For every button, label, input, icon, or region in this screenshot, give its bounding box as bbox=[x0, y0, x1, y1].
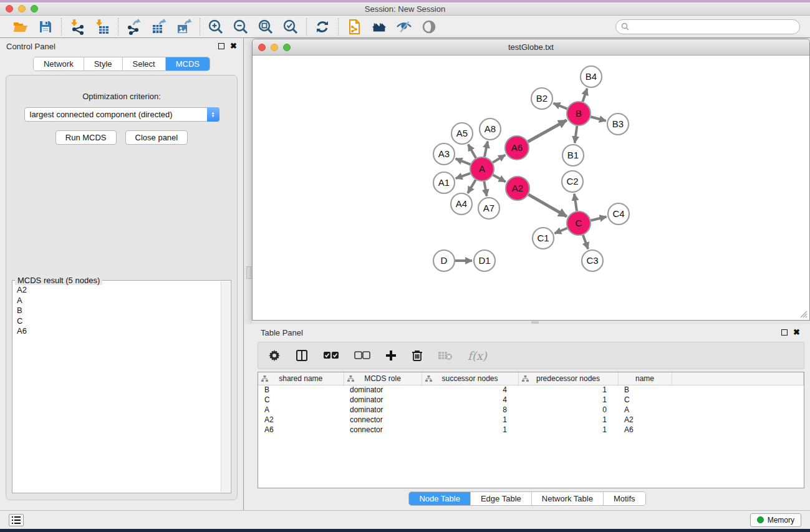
edge-A-A4[interactable] bbox=[468, 180, 476, 193]
zoom-out-icon[interactable] bbox=[233, 19, 249, 35]
tab-network[interactable]: Network bbox=[34, 57, 84, 70]
save-session-icon[interactable] bbox=[37, 19, 54, 35]
network-file-icon[interactable] bbox=[346, 19, 362, 35]
edge-C-C4[interactable] bbox=[591, 217, 606, 221]
edge-A-A1[interactable] bbox=[456, 173, 470, 178]
graph-node-C1[interactable]: C1 bbox=[533, 228, 554, 249]
tab-network-table[interactable]: Network Table bbox=[532, 492, 604, 505]
resize-grip-icon[interactable] bbox=[798, 309, 808, 319]
close-panel-icon[interactable]: ✖ bbox=[230, 43, 237, 49]
edge-A2-C[interactable] bbox=[528, 195, 567, 216]
export-table-icon[interactable] bbox=[151, 19, 167, 35]
add-column-icon[interactable] bbox=[385, 350, 397, 361]
zoom-selected-icon[interactable] bbox=[282, 19, 299, 35]
table-row[interactable]: A6connector11A6 bbox=[258, 425, 804, 435]
graph-node-A[interactable]: A bbox=[470, 157, 494, 181]
network-canvas[interactable]: B4B2BB3A5A8A6B1A3AA1C2A2A4A7C4CC1C3DD1 bbox=[253, 56, 809, 320]
graph-node-B2[interactable]: B2 bbox=[531, 88, 552, 109]
table-row[interactable]: Cdominator41C bbox=[258, 395, 804, 405]
result-item[interactable]: A6 bbox=[17, 326, 217, 337]
edge-C-C3[interactable] bbox=[583, 235, 588, 249]
result-item[interactable]: B bbox=[17, 306, 217, 316]
tab-node-table[interactable]: Node Table bbox=[409, 492, 471, 505]
result-item[interactable]: A2 bbox=[17, 285, 217, 296]
zoom-in-icon[interactable] bbox=[208, 19, 224, 35]
memory-button[interactable]: Memory bbox=[750, 513, 801, 527]
graph-node-A6[interactable]: A6 bbox=[505, 136, 529, 160]
edge-A-A5[interactable] bbox=[468, 144, 476, 158]
graph-node-B[interactable]: B bbox=[567, 102, 591, 125]
edge-B-B1[interactable] bbox=[575, 126, 577, 143]
column-header-successor-nodes[interactable]: successor nodes bbox=[422, 372, 518, 385]
column-header-shared-name[interactable]: shared name bbox=[258, 372, 344, 385]
edge-A-A8[interactable] bbox=[485, 142, 488, 157]
float-panel-icon[interactable] bbox=[218, 43, 224, 49]
graph-node-A7[interactable]: A7 bbox=[478, 198, 499, 219]
graph-node-A8[interactable]: A8 bbox=[480, 118, 501, 140]
table-row[interactable]: Bdominator41B bbox=[258, 385, 804, 395]
column-header-predecessor-nodes[interactable]: predecessor nodes bbox=[518, 372, 618, 385]
delete-icon[interactable] bbox=[412, 349, 423, 362]
split-divider-handle[interactable] bbox=[246, 266, 251, 279]
column-header-MCDS-role[interactable]: MCDS role bbox=[344, 372, 422, 385]
edge-A6-B[interactable] bbox=[528, 120, 566, 142]
graph-node-A1[interactable]: A1 bbox=[433, 172, 455, 193]
table-row[interactable]: Adominator80A bbox=[258, 405, 804, 415]
result-item[interactable]: C bbox=[17, 316, 217, 327]
export-network-icon[interactable] bbox=[126, 19, 142, 35]
search-input[interactable] bbox=[632, 22, 794, 31]
graph-node-C2[interactable]: C2 bbox=[562, 171, 583, 192]
edge-B-B4[interactable] bbox=[582, 89, 587, 102]
graph-node-C4[interactable]: C4 bbox=[608, 203, 629, 225]
column-header-name[interactable]: name bbox=[618, 372, 672, 385]
edge-C-C1[interactable] bbox=[554, 228, 567, 233]
import-network-icon[interactable] bbox=[69, 19, 85, 35]
edge-A-A6[interactable] bbox=[493, 155, 505, 162]
result-item[interactable]: A bbox=[17, 296, 217, 306]
refresh-icon[interactable] bbox=[314, 19, 330, 35]
graph-node-A3[interactable]: A3 bbox=[433, 143, 455, 165]
graph-node-C3[interactable]: C3 bbox=[582, 250, 603, 271]
graph-node-B3[interactable]: B3 bbox=[607, 114, 629, 135]
export-image-icon[interactable] bbox=[176, 19, 192, 35]
edge-A-A3[interactable] bbox=[456, 158, 471, 164]
select-all-icon[interactable] bbox=[323, 351, 339, 360]
task-history-button[interactable] bbox=[9, 514, 24, 526]
network-window-titlebar[interactable]: testGlobe.txt bbox=[253, 39, 809, 56]
edge-A-A7[interactable] bbox=[484, 181, 486, 196]
graph-node-B1[interactable]: B1 bbox=[562, 145, 584, 166]
optimization-criterion-select[interactable]: largest connected component (directed) ▲… bbox=[24, 107, 219, 122]
search-field[interactable] bbox=[615, 19, 800, 34]
columns-icon[interactable] bbox=[296, 349, 308, 362]
home-icon[interactable] bbox=[371, 19, 387, 35]
graph-node-A4[interactable]: A4 bbox=[451, 193, 472, 215]
hide-selected-icon[interactable] bbox=[396, 19, 412, 35]
graph-node-B4[interactable]: B4 bbox=[581, 66, 602, 87]
edge-A-A2[interactable] bbox=[493, 175, 506, 182]
float-table-panel-icon[interactable] bbox=[781, 329, 788, 336]
open-file-icon[interactable] bbox=[12, 19, 29, 35]
graph-node-A5[interactable]: A5 bbox=[451, 123, 473, 144]
zoom-fit-icon[interactable] bbox=[258, 19, 274, 35]
table-row[interactable]: A2connector11A2 bbox=[258, 415, 804, 425]
close-table-panel-icon[interactable]: ✖ bbox=[793, 329, 800, 336]
tab-style[interactable]: Style bbox=[84, 57, 123, 70]
edge-C-C2[interactable] bbox=[574, 194, 577, 211]
edge-B-B2[interactable] bbox=[554, 104, 567, 109]
gear-icon[interactable] bbox=[268, 349, 281, 362]
tab-select[interactable]: Select bbox=[123, 57, 166, 70]
delete-table-icon[interactable] bbox=[438, 351, 453, 360]
close-panel-button[interactable]: Close panel bbox=[125, 130, 188, 145]
function-builder-icon[interactable]: f(x) bbox=[468, 349, 487, 362]
edge-B-B3[interactable] bbox=[591, 117, 605, 121]
graph-node-A2[interactable]: A2 bbox=[506, 177, 529, 200]
tab-motifs[interactable]: Motifs bbox=[604, 492, 645, 505]
import-table-icon[interactable] bbox=[94, 19, 110, 35]
deselect-all-icon[interactable] bbox=[354, 351, 370, 360]
run-mcds-button[interactable]: Run MCDS bbox=[55, 130, 117, 145]
tab-mcds[interactable]: MCDS bbox=[166, 57, 210, 70]
graph-node-C[interactable]: C bbox=[567, 211, 591, 235]
graph-node-D[interactable]: D bbox=[433, 250, 455, 271]
show-eye-icon[interactable] bbox=[421, 19, 437, 35]
result-scrollbar[interactable] bbox=[221, 281, 230, 492]
